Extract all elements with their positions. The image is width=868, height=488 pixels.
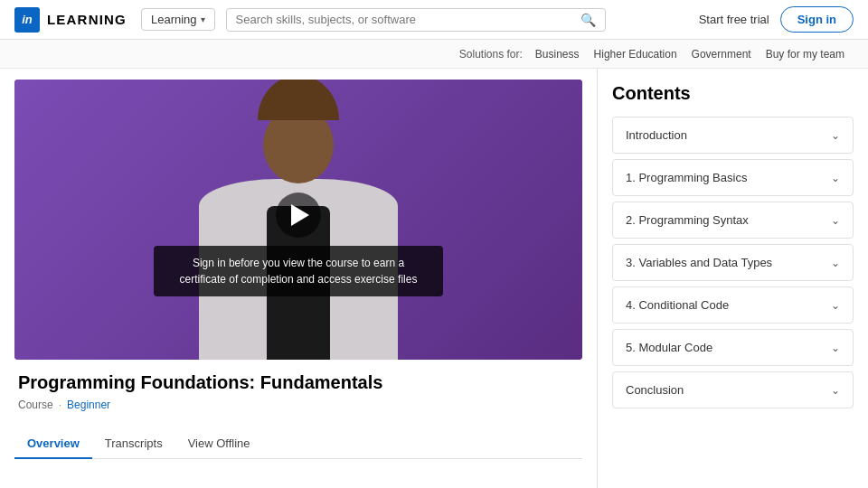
header: in LEARNING Learning ▾ 🔍 Start free tria… [0,0,868,40]
tab-transcripts[interactable]: Transcripts [92,429,175,459]
start-free-trial-link[interactable]: Start free trial [699,13,769,26]
chevron-down-icon: ⌄ [831,129,840,142]
search-icon[interactable]: 🔍 [580,13,596,27]
contents-item-label: 1. Programming Basics [626,171,747,184]
course-info: Programming Foundations: Fundamentals Co… [14,360,582,418]
contents-item-label: Conclusion [626,383,684,397]
solutions-government-link[interactable]: Government [686,46,757,62]
course-title: Programming Foundations: Fundamentals [18,372,579,393]
contents-item-label: 4. Conditional Code [626,298,729,312]
learning-dropdown[interactable]: Learning ▾ [141,8,215,31]
chevron-down-icon: ⌄ [831,214,840,227]
play-icon [291,204,309,226]
contents-item-variables[interactable]: 3. Variables and Data Types ⌄ [612,244,854,281]
chevron-down-icon: ⌄ [831,172,840,184]
solutions-buy-for-my-team-link[interactable]: Buy for my team [760,46,850,62]
linkedin-logo-text: in [22,13,33,26]
contents-item-introduction[interactable]: Introduction ⌄ [612,117,854,154]
contents-item-label: 2. Programming Syntax [626,213,749,227]
header-right: Start free trial Sign in [699,6,854,33]
main-content: Sign in before you view the course to ea… [0,69,868,488]
contents-item-label: Introduction [626,128,687,142]
chevron-down-icon: ⌄ [831,257,840,269]
contents-item-label: 5. Modular Code [626,341,712,354]
course-meta: Course · Beginner [18,399,579,411]
solutions-label: Solutions for: [459,48,523,61]
video-player[interactable]: Sign in before you view the course to ea… [14,80,582,360]
contents-item-programming-basics[interactable]: 1. Programming Basics ⌄ [612,159,854,196]
contents-item-programming-syntax[interactable]: 2. Programming Syntax ⌄ [612,202,854,239]
contents-item-conditional-code[interactable]: 4. Conditional Code ⌄ [612,286,854,324]
chevron-down-icon: ⌄ [831,384,840,397]
sign-in-button[interactable]: Sign in [780,6,854,33]
solutions-higher-education-link[interactable]: Higher Education [589,46,683,62]
play-button[interactable] [276,192,321,238]
learning-dropdown-label: Learning [151,13,197,26]
tab-view-offline[interactable]: View Offline [175,429,263,459]
search-bar: 🔍 [226,8,606,32]
solutions-bar: Solutions for: Business Higher Education… [0,40,868,69]
tab-overview[interactable]: Overview [14,429,92,459]
separator: · [59,399,61,411]
chevron-down-icon: ⌄ [831,299,840,312]
learning-wordmark: LEARNING [47,12,127,27]
sign-in-overlay: Sign in before you view the course to ea… [154,246,443,296]
course-type: Course [18,399,53,411]
solutions-business-link[interactable]: Business [530,46,585,62]
chevron-down-icon: ⌄ [831,342,840,354]
contents-heading: Contents [612,83,854,104]
course-tabs: Overview Transcripts View Offline [14,429,582,459]
linkedin-logo: in [14,7,40,33]
contents-panel: Contents Introduction ⌄ 1. Programming B… [597,69,868,488]
contents-item-label: 3. Variables and Data Types [626,256,772,269]
overlay-text: Sign in before you view the course to ea… [180,257,418,286]
contents-item-modular-code[interactable]: 5. Modular Code ⌄ [612,329,854,366]
contents-item-conclusion[interactable]: Conclusion ⌄ [612,371,854,408]
logo-area: in LEARNING [14,7,127,33]
left-panel: Sign in before you view the course to ea… [0,69,597,488]
chevron-down-icon: ▾ [201,14,205,24]
search-input[interactable] [236,13,573,26]
course-level-badge: Beginner [67,399,110,411]
